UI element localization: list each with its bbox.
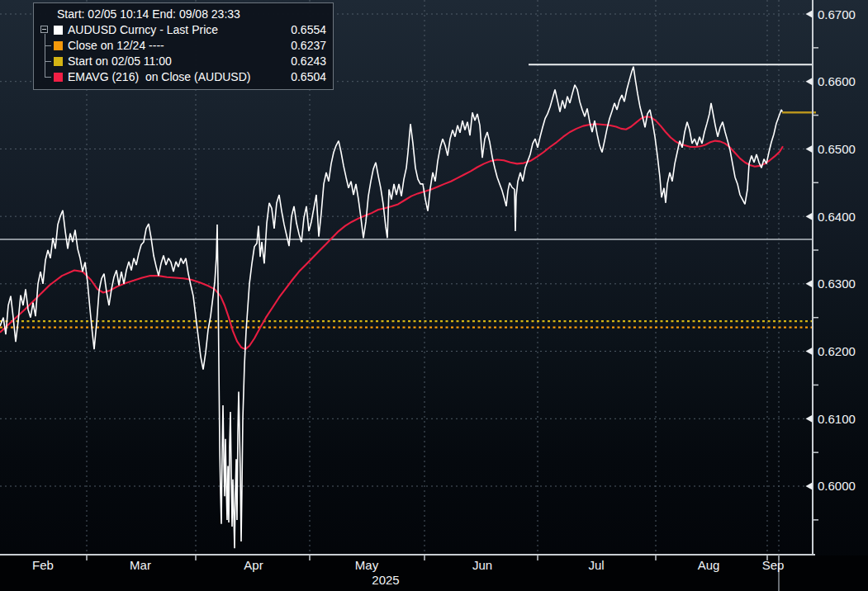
y-axis-label: 0.6200 [818, 343, 856, 359]
y-axis-label: 0.6300 [818, 276, 856, 291]
x-axis-label: Sep [744, 558, 802, 572]
legend-item-last-price[interactable]: AUDUSD Curncy - Last Price 0.6554 [40, 22, 326, 38]
close-swatch-icon [54, 41, 63, 50]
legend-value: 0.6504 [282, 69, 326, 85]
tree-cell [40, 22, 54, 38]
y-axis-label: 0.6100 [818, 411, 856, 427]
tree-cell [40, 38, 54, 54]
x-axis-label: May [338, 558, 396, 572]
legend-label: EMAVG (216) on Close (AUDUSD) [68, 69, 282, 85]
legend-label: Start on 02/05 11:00 [68, 54, 282, 69]
price-line [0, 67, 783, 549]
legend-item-emavg[interactable]: EMAVG (216) on Close (AUDUSD) 0.6504 [40, 69, 326, 85]
y-tick-arrow-icon [806, 482, 813, 489]
bloomberg-fx-chart[interactable]: Start: 02/05 10:14 End: 09/08 23:33 AUDU… [0, 0, 868, 591]
y-axis-label: 0.6400 [818, 209, 856, 225]
y-axis-label: 0.6500 [818, 141, 856, 157]
x-axis-label: Mar [111, 558, 169, 572]
x-axis-label: Aug [680, 558, 738, 572]
tree-cell [40, 54, 54, 69]
ema-line [0, 116, 783, 349]
legend-value: 0.6554 [282, 22, 326, 38]
y-tick-arrow-icon [806, 415, 813, 423]
y-tick-arrow-icon [806, 280, 813, 287]
price-swatch-icon [54, 26, 63, 35]
legend-label: Close on 12/24 ---- [68, 38, 282, 54]
legend-item-start[interactable]: Start on 02/05 11:00 0.6243 [40, 54, 326, 69]
legend-box[interactable]: Start: 02/05 10:14 End: 09/08 23:33 AUDU… [33, 2, 334, 90]
y-tick-arrow-icon [806, 78, 813, 85]
tree-collapse-icon[interactable] [40, 26, 48, 33]
tree-cell [40, 69, 54, 85]
start-swatch-icon [54, 57, 63, 66]
legend-value: 0.6237 [282, 38, 326, 54]
y-tick-arrow-icon [806, 11, 813, 18]
y-tick-arrow-icon [806, 348, 813, 355]
y-axis-label: 0.6700 [818, 7, 856, 22]
y-tick-arrow-icon [806, 145, 813, 153]
y-axis-label: 0.6600 [818, 73, 856, 89]
legend-item-close[interactable]: Close on 12/24 ---- 0.6237 [40, 38, 326, 54]
x-axis-label: Jun [453, 558, 511, 572]
legend-label: AUDUSD Curncy - Last Price [68, 22, 282, 38]
emavg-swatch-icon [54, 73, 63, 82]
x-axis-label: Jul [567, 558, 625, 572]
legend-value: 0.6243 [282, 54, 326, 69]
x-axis-year-label: 2025 [357, 573, 415, 587]
x-axis-label: Apr [225, 558, 282, 572]
legend-period: Start: 02/05 10:14 End: 09/08 23:33 [40, 7, 326, 22]
x-axis-label: Feb [14, 558, 72, 572]
y-tick-arrow-icon [806, 213, 813, 220]
y-axis-label: 0.6000 [818, 478, 856, 494]
